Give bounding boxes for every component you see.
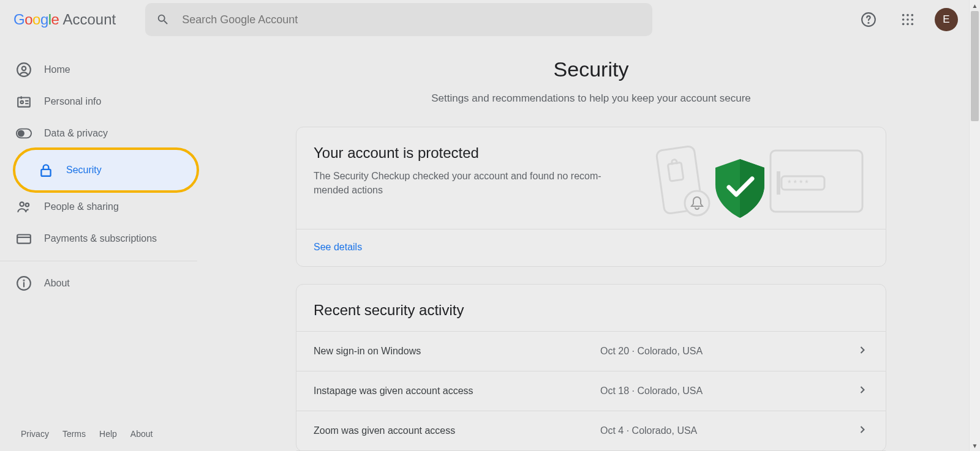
protected-body: The Security Checkup checked your accoun… (314, 169, 620, 197)
info-icon (16, 275, 32, 291)
chevron-right-icon (856, 384, 869, 398)
activity-event: Zoom was given account access (314, 425, 600, 436)
sidebar-divider (0, 261, 197, 261)
toggle-icon (16, 128, 32, 139)
svg-point-19 (26, 203, 29, 206)
lock-icon (38, 162, 54, 178)
sidebar-item-home[interactable]: Home (0, 54, 196, 86)
svg-point-2 (902, 14, 905, 17)
svg-point-14 (21, 101, 23, 103)
sidebar-item-label: Data & privacy (44, 128, 108, 139)
sidebar-item-label: Payments & subscriptions (44, 233, 157, 244)
scroll-up-arrow-icon[interactable]: ▲ (970, 0, 980, 11)
product-label: Account (62, 11, 116, 28)
google-account-logo[interactable]: Google Account (13, 11, 116, 28)
svg-point-12 (22, 67, 26, 71)
sidebar-item-payments[interactable]: Payments & subscriptions (0, 223, 196, 255)
svg-point-22 (23, 280, 24, 281)
activity-row[interactable]: New sign-in on Windows Oct 20 · Colorado… (296, 331, 886, 371)
activity-row[interactable]: Zoom was given account access Oct 4 · Co… (296, 411, 886, 451)
sidebar-item-label: About (44, 278, 70, 289)
svg-point-6 (907, 18, 909, 21)
vertical-scrollbar[interactable]: ▲ ▼ (969, 0, 980, 451)
sidebar-item-personal-info[interactable]: Personal info (0, 86, 196, 117)
activity-meta: Oct 18 · Colorado, USA (600, 386, 856, 397)
google-wordmark: Google (13, 11, 59, 28)
main-content: Security Settings and recommendations to… (202, 39, 980, 451)
svg-point-3 (907, 14, 909, 17)
people-icon (16, 199, 32, 215)
protected-heading: Your account is protected (314, 144, 636, 162)
search-icon (156, 13, 170, 26)
activity-row[interactable]: Instapage was given account access Oct 1… (296, 371, 886, 411)
search-box[interactable] (145, 3, 652, 36)
sidebar-nav: Home Personal info Data & privacy Securi… (0, 39, 202, 451)
svg-text:****: **** (788, 178, 811, 188)
sidebar-item-label: Personal info (44, 96, 101, 107)
svg-rect-17 (41, 170, 50, 176)
security-illustration: **** (648, 144, 869, 218)
page-subtitle: Settings and recommendations to help you… (227, 92, 956, 105)
footer-links: Privacy Terms Help About (21, 429, 153, 439)
sidebar-item-security[interactable]: Security (15, 149, 197, 191)
svg-point-8 (902, 23, 905, 26)
svg-point-7 (911, 18, 914, 21)
sidebar-item-label: Security (66, 165, 102, 176)
sidebar-item-about[interactable]: About (0, 267, 196, 299)
footer-terms-link[interactable]: Terms (62, 429, 86, 439)
apps-button[interactable] (895, 7, 920, 32)
svg-rect-26 (771, 151, 862, 212)
scrollbar-thumb[interactable] (971, 11, 979, 121)
footer-help-link[interactable]: Help (99, 429, 117, 439)
svg-rect-29 (777, 171, 780, 195)
activity-meta: Oct 4 · Colorado, USA (600, 425, 856, 436)
search-container (145, 3, 652, 36)
credit-card-icon (16, 231, 32, 247)
search-input[interactable] (182, 13, 641, 26)
sidebar-item-label: Home (44, 64, 70, 75)
recent-activity-card: Recent security activity New sign-in on … (296, 284, 886, 451)
activity-heading: Recent security activity (314, 302, 869, 319)
apps-grid-icon (901, 13, 914, 26)
sidebar-item-label: People & sharing (44, 201, 119, 212)
chevron-right-icon (856, 423, 869, 438)
svg-point-1 (868, 23, 869, 23)
activity-event: New sign-in on Windows (314, 346, 600, 357)
footer-about-link[interactable]: About (130, 429, 153, 439)
account-protected-card: Your account is protected The Security C… (296, 127, 886, 267)
svg-point-10 (911, 23, 914, 26)
svg-rect-20 (17, 235, 31, 244)
account-circle-icon (16, 62, 32, 78)
header-actions: E (856, 7, 970, 32)
svg-rect-24 (668, 162, 684, 181)
svg-point-4 (911, 14, 914, 17)
help-button[interactable] (856, 7, 881, 32)
footer-privacy-link[interactable]: Privacy (21, 429, 49, 439)
svg-point-9 (907, 23, 909, 26)
sidebar-item-data-privacy[interactable]: Data & privacy (0, 117, 196, 149)
svg-point-16 (18, 130, 24, 136)
avatar-initial: E (943, 13, 949, 26)
account-avatar[interactable]: E (935, 8, 958, 31)
activity-event: Instapage was given account access (314, 386, 600, 397)
sidebar-item-people-sharing[interactable]: People & sharing (0, 191, 196, 223)
id-card-icon (16, 94, 32, 110)
scroll-down-arrow-icon[interactable]: ▼ (970, 440, 980, 451)
svg-point-5 (902, 18, 905, 21)
chevron-right-icon (856, 344, 869, 359)
help-icon (861, 12, 876, 28)
app-header: Google Account E (0, 0, 980, 39)
see-details-link[interactable]: See details (314, 242, 362, 252)
activity-meta: Oct 20 · Colorado, USA (600, 346, 856, 357)
page-title: Security (227, 58, 956, 81)
svg-point-25 (685, 191, 709, 215)
svg-point-18 (20, 202, 24, 206)
